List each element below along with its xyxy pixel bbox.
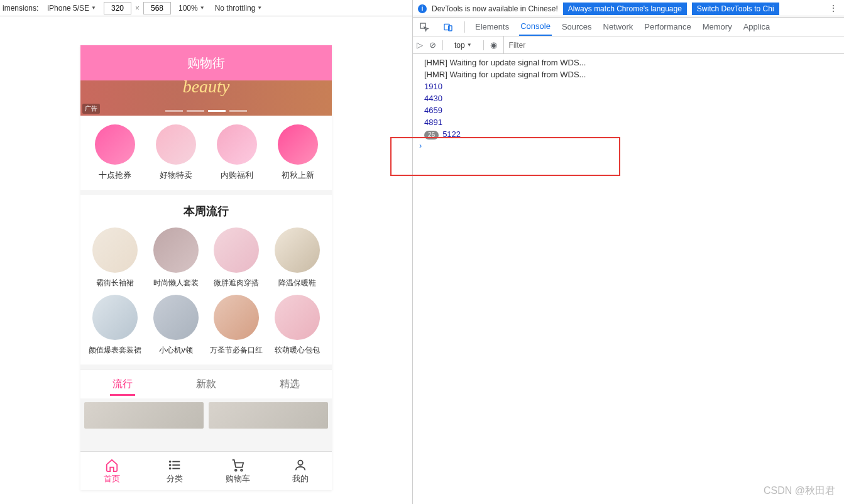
- home-icon: [105, 458, 119, 472]
- tab-console[interactable]: Console: [519, 18, 552, 36]
- devtools-infobar: i DevTools is now available in Chinese! …: [413, 0, 844, 18]
- avatar-icon: [95, 124, 135, 165]
- grid-item[interactable]: 万圣节必备口红: [208, 295, 265, 356]
- context-select[interactable]: top▼: [454, 41, 472, 50]
- grid-item[interactable]: 小心机v领: [148, 295, 205, 356]
- avatar-icon: [278, 124, 318, 165]
- nav-cart[interactable]: 购物车: [206, 452, 269, 490]
- grid-item[interactable]: 颜值爆表套装裙: [87, 295, 144, 356]
- info-icon: i: [418, 4, 427, 13]
- svg-point-8: [298, 460, 302, 464]
- nav-mine[interactable]: 我的: [269, 452, 332, 490]
- avatar-icon: [217, 124, 257, 165]
- grid-item[interactable]: 霸街长袖裙: [87, 227, 144, 288]
- console-output: [HMR] Waiting for update signal from WDS…: [413, 54, 844, 504]
- tab-featured[interactable]: 精选: [248, 370, 332, 398]
- console-toolbar: ▷ ⊘ top▼ ◉: [413, 36, 844, 54]
- console-filter-input[interactable]: [503, 36, 840, 53]
- inspect-icon[interactable]: [417, 19, 432, 35]
- grid-item[interactable]: 微胖遮肉穿搭: [208, 227, 265, 288]
- device-viewport: 购物街 beauty 广告 十点抢券 好物特卖 内购福利 初秋上新 本周流行 霸…: [0, 16, 412, 504]
- play-icon[interactable]: ▷: [417, 40, 423, 50]
- tab-network[interactable]: Network: [602, 18, 635, 35]
- quick-link-row: 十点抢券 好物特卖 内购福利 初秋上新: [80, 116, 332, 190]
- avatar-icon: [156, 124, 196, 165]
- tab-performance[interactable]: Performance: [643, 18, 692, 35]
- phone-frame: 购物街 beauty 广告 十点抢券 好物特卖 内购福利 初秋上新 本周流行 霸…: [80, 45, 332, 490]
- watermark-text: CSDN @秋田君: [764, 485, 835, 498]
- cart-icon: [231, 458, 244, 472]
- quick-link-item[interactable]: 好物特卖: [151, 124, 201, 181]
- devtools-panel: i DevTools is now available in Chinese! …: [413, 0, 844, 504]
- annotation-box: [390, 137, 620, 176]
- content-tabs: 流行 新款 精选: [80, 370, 332, 398]
- log-line: 4430: [413, 92, 844, 104]
- product-thumb-icon: [153, 295, 199, 340]
- clear-console-icon[interactable]: ⊘: [429, 40, 436, 50]
- tab-memory[interactable]: Memory: [701, 18, 733, 35]
- svg-point-5: [170, 468, 171, 469]
- log-line: [HMR] Waiting for update signal from WDS…: [413, 57, 844, 68]
- user-icon: [293, 458, 307, 472]
- eye-icon[interactable]: ◉: [490, 40, 497, 50]
- devtools-tabs: Elements Console Sources Network Perform…: [413, 18, 844, 36]
- tab-application[interactable]: Applica: [742, 18, 772, 35]
- tab-elements[interactable]: Elements: [474, 18, 510, 35]
- log-line: 4891: [413, 116, 844, 128]
- section-title: 本周流行: [80, 195, 332, 225]
- width-input[interactable]: [104, 2, 131, 14]
- product-thumb-icon: [275, 227, 320, 273]
- match-language-button[interactable]: Always match Chrome's language: [563, 3, 687, 15]
- product-thumb-icon: [92, 295, 138, 340]
- times-icon: ×: [135, 4, 140, 13]
- product-thumb-icon: [275, 295, 320, 340]
- log-line: 1910: [413, 80, 844, 92]
- svg-point-7: [241, 469, 243, 471]
- nav-home[interactable]: 首页: [80, 452, 143, 490]
- product-thumb-icon: [153, 227, 199, 273]
- grid-item[interactable]: 降温保暖鞋: [269, 227, 326, 288]
- log-line: 4659: [413, 104, 844, 116]
- svg-point-3: [170, 461, 171, 462]
- svg-point-4: [170, 464, 171, 466]
- list-icon: [168, 458, 182, 472]
- ad-badge: 广告: [82, 104, 100, 114]
- height-input[interactable]: [143, 2, 171, 14]
- quick-link-item[interactable]: 十点抢券: [90, 124, 140, 181]
- throttling-select[interactable]: No throttling▼: [215, 4, 263, 13]
- info-text: DevTools is now available in Chinese!: [432, 4, 558, 13]
- quick-link-item[interactable]: 初秋上新: [273, 124, 323, 181]
- product-thumb-icon: [214, 227, 259, 273]
- dimensions-label: imensions:: [3, 4, 38, 13]
- nav-category[interactable]: 分类: [143, 452, 206, 490]
- tab-sources[interactable]: Sources: [561, 18, 593, 35]
- zoom-select[interactable]: 100%▼: [178, 4, 205, 13]
- log-line: [HMR] Waiting for update signal from WDS…: [413, 68, 844, 80]
- switch-language-button[interactable]: Switch DevTools to Chi: [692, 3, 779, 15]
- grid-item[interactable]: 软萌暖心包包: [269, 295, 326, 356]
- hero-banner[interactable]: beauty 广告: [80, 80, 332, 116]
- banner-script-text: beauty: [183, 77, 230, 97]
- grid-item[interactable]: 时尚懒人套装: [148, 227, 205, 288]
- svg-point-6: [235, 469, 237, 471]
- feed-card[interactable]: [84, 402, 204, 429]
- bottom-nav: 首页 分类 购物车 我的: [80, 451, 332, 490]
- feed-card[interactable]: [209, 402, 328, 429]
- quick-link-item[interactable]: 内购福利: [212, 124, 262, 181]
- feed-row: [80, 398, 332, 429]
- product-thumb-icon: [92, 227, 138, 273]
- tab-trending[interactable]: 流行: [80, 370, 164, 398]
- device-mode-icon[interactable]: [441, 19, 456, 35]
- popular-grid: 霸街长袖裙 时尚懒人套装 微胖遮肉穿搭 降温保暖鞋 颜值爆表套装裙 小心机v领 …: [80, 225, 332, 364]
- device-select[interactable]: iPhone 5/SE▼: [47, 4, 96, 13]
- carousel-indicators: [165, 110, 247, 112]
- product-thumb-icon: [214, 295, 259, 340]
- app-header: 购物街: [80, 45, 332, 80]
- tab-new[interactable]: 新款: [164, 370, 248, 398]
